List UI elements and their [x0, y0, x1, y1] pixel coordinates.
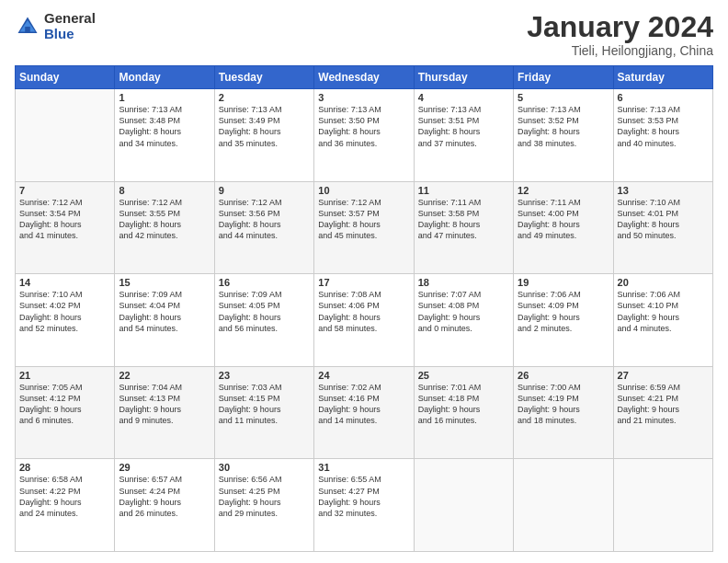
table-row: 16Sunrise: 7:09 AMSunset: 4:05 PMDayligh…	[214, 274, 313, 367]
day-info: Sunrise: 7:10 AMSunset: 4:02 PMDaylight:…	[19, 289, 110, 334]
day-number: 19	[518, 277, 609, 288]
col-monday: Monday	[115, 66, 214, 89]
col-tuesday: Tuesday	[214, 66, 313, 89]
day-number: 11	[418, 185, 509, 196]
table-row: 12Sunrise: 7:11 AMSunset: 4:00 PMDayligh…	[514, 181, 613, 274]
table-row: 7Sunrise: 7:12 AMSunset: 3:54 PMDaylight…	[16, 181, 115, 274]
day-number: 24	[318, 370, 409, 381]
day-number: 15	[119, 277, 210, 288]
table-row: 3Sunrise: 7:13 AMSunset: 3:50 PMDaylight…	[314, 89, 414, 182]
day-info: Sunrise: 7:10 AMSunset: 4:01 PMDaylight:…	[618, 197, 709, 242]
day-number: 4	[418, 92, 509, 103]
day-info: Sunrise: 7:05 AMSunset: 4:12 PMDaylight:…	[19, 382, 110, 427]
page: General Blue January 2024 Tieli, Heilong…	[0, 0, 728, 563]
logo-icon	[15, 14, 40, 40]
day-info: Sunrise: 7:06 AMSunset: 4:09 PMDaylight:…	[518, 289, 609, 334]
day-info: Sunrise: 7:03 AMSunset: 4:15 PMDaylight:…	[219, 382, 310, 427]
calendar-week-row: 21Sunrise: 7:05 AMSunset: 4:12 PMDayligh…	[16, 366, 713, 459]
calendar: Sunday Monday Tuesday Wednesday Thursday…	[15, 65, 713, 552]
day-number: 17	[318, 277, 409, 288]
day-info: Sunrise: 7:04 AMSunset: 4:13 PMDaylight:…	[119, 382, 210, 427]
table-row: 28Sunrise: 6:58 AMSunset: 4:22 PMDayligh…	[16, 459, 115, 552]
day-number: 18	[418, 277, 509, 288]
day-number: 26	[518, 370, 609, 381]
day-info: Sunrise: 7:11 AMSunset: 3:58 PMDaylight:…	[418, 197, 509, 242]
table-row: 24Sunrise: 7:02 AMSunset: 4:16 PMDayligh…	[314, 366, 414, 459]
table-row: 27Sunrise: 6:59 AMSunset: 4:21 PMDayligh…	[613, 366, 712, 459]
day-number: 20	[618, 277, 709, 288]
day-number: 31	[318, 462, 409, 473]
table-row: 30Sunrise: 6:56 AMSunset: 4:25 PMDayligh…	[214, 459, 313, 552]
logo: General Blue	[15, 11, 96, 41]
table-row	[16, 89, 115, 182]
logo-general: General	[44, 11, 96, 27]
day-info: Sunrise: 6:55 AMSunset: 4:27 PMDaylight:…	[318, 474, 409, 519]
table-row: 19Sunrise: 7:06 AMSunset: 4:09 PMDayligh…	[514, 274, 613, 367]
col-friday: Friday	[514, 66, 613, 89]
day-info: Sunrise: 7:01 AMSunset: 4:18 PMDaylight:…	[418, 382, 509, 427]
day-number: 3	[318, 92, 409, 103]
col-thursday: Thursday	[414, 66, 513, 89]
table-row: 23Sunrise: 7:03 AMSunset: 4:15 PMDayligh…	[214, 366, 313, 459]
day-info: Sunrise: 7:12 AMSunset: 3:57 PMDaylight:…	[318, 197, 409, 242]
day-number: 9	[219, 185, 310, 196]
day-number: 1	[119, 92, 210, 103]
header: General Blue January 2024 Tieli, Heilong…	[15, 11, 713, 58]
calendar-week-row: 28Sunrise: 6:58 AMSunset: 4:22 PMDayligh…	[16, 459, 713, 552]
day-number: 23	[219, 370, 310, 381]
svg-rect-2	[25, 27, 30, 33]
table-row	[414, 459, 513, 552]
day-number: 29	[119, 462, 210, 473]
table-row: 1Sunrise: 7:13 AMSunset: 3:48 PMDaylight…	[115, 89, 214, 182]
main-title: January 2024	[527, 11, 713, 43]
day-info: Sunrise: 6:56 AMSunset: 4:25 PMDaylight:…	[219, 474, 310, 519]
day-number: 2	[219, 92, 310, 103]
day-info: Sunrise: 7:13 AMSunset: 3:50 PMDaylight:…	[318, 104, 409, 149]
col-saturday: Saturday	[613, 66, 712, 89]
table-row: 2Sunrise: 7:13 AMSunset: 3:49 PMDaylight…	[214, 89, 313, 182]
calendar-week-row: 7Sunrise: 7:12 AMSunset: 3:54 PMDaylight…	[16, 181, 713, 274]
day-number: 25	[418, 370, 509, 381]
day-info: Sunrise: 7:13 AMSunset: 3:52 PMDaylight:…	[518, 104, 609, 149]
calendar-header-row: Sunday Monday Tuesday Wednesday Thursday…	[16, 66, 713, 89]
logo-text: General Blue	[44, 11, 96, 41]
day-info: Sunrise: 7:13 AMSunset: 3:51 PMDaylight:…	[418, 104, 509, 149]
day-number: 14	[19, 277, 110, 288]
table-row: 14Sunrise: 7:10 AMSunset: 4:02 PMDayligh…	[16, 274, 115, 367]
day-info: Sunrise: 7:13 AMSunset: 3:48 PMDaylight:…	[119, 104, 210, 149]
day-number: 30	[219, 462, 310, 473]
subtitle: Tieli, Heilongjiang, China	[527, 43, 713, 58]
day-info: Sunrise: 6:59 AMSunset: 4:21 PMDaylight:…	[618, 382, 709, 427]
table-row: 25Sunrise: 7:01 AMSunset: 4:18 PMDayligh…	[414, 366, 513, 459]
table-row: 11Sunrise: 7:11 AMSunset: 3:58 PMDayligh…	[414, 181, 513, 274]
day-info: Sunrise: 7:09 AMSunset: 4:04 PMDaylight:…	[119, 289, 210, 334]
table-row: 31Sunrise: 6:55 AMSunset: 4:27 PMDayligh…	[314, 459, 414, 552]
day-number: 7	[19, 185, 110, 196]
table-row	[514, 459, 613, 552]
day-info: Sunrise: 7:12 AMSunset: 3:55 PMDaylight:…	[119, 197, 210, 242]
table-row: 18Sunrise: 7:07 AMSunset: 4:08 PMDayligh…	[414, 274, 513, 367]
day-info: Sunrise: 7:06 AMSunset: 4:10 PMDaylight:…	[618, 289, 709, 334]
table-row: 6Sunrise: 7:13 AMSunset: 3:53 PMDaylight…	[613, 89, 712, 182]
day-number: 12	[518, 185, 609, 196]
day-info: Sunrise: 7:08 AMSunset: 4:06 PMDaylight:…	[318, 289, 409, 334]
day-number: 28	[19, 462, 110, 473]
table-row: 13Sunrise: 7:10 AMSunset: 4:01 PMDayligh…	[613, 181, 712, 274]
day-number: 16	[219, 277, 310, 288]
day-number: 10	[318, 185, 409, 196]
table-row: 21Sunrise: 7:05 AMSunset: 4:12 PMDayligh…	[16, 366, 115, 459]
col-sunday: Sunday	[16, 66, 115, 89]
day-info: Sunrise: 7:11 AMSunset: 4:00 PMDaylight:…	[518, 197, 609, 242]
table-row: 20Sunrise: 7:06 AMSunset: 4:10 PMDayligh…	[613, 274, 712, 367]
day-info: Sunrise: 7:02 AMSunset: 4:16 PMDaylight:…	[318, 382, 409, 427]
day-number: 5	[518, 92, 609, 103]
table-row: 22Sunrise: 7:04 AMSunset: 4:13 PMDayligh…	[115, 366, 214, 459]
day-number: 8	[119, 185, 210, 196]
table-row: 5Sunrise: 7:13 AMSunset: 3:52 PMDaylight…	[514, 89, 613, 182]
logo-blue: Blue	[44, 27, 96, 42]
title-area: January 2024 Tieli, Heilongjiang, China	[527, 11, 713, 58]
day-info: Sunrise: 7:12 AMSunset: 3:56 PMDaylight:…	[219, 197, 310, 242]
day-number: 22	[119, 370, 210, 381]
day-number: 21	[19, 370, 110, 381]
table-row: 17Sunrise: 7:08 AMSunset: 4:06 PMDayligh…	[314, 274, 414, 367]
